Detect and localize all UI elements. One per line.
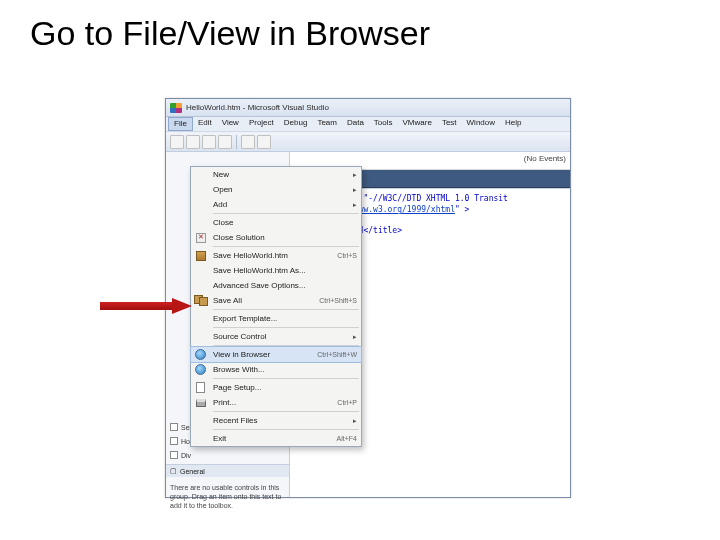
menu-item-advanced-save-options[interactable]: Advanced Save Options... [191,278,361,293]
window-title: HelloWorld.htm - Microsoft Visual Studio [186,103,329,112]
toolbar-button[interactable] [170,135,184,149]
menu-item-label: Close [213,218,233,227]
callout-arrow [100,298,192,314]
menu-item-export-template[interactable]: Export Template... [191,311,361,326]
toolbar-button[interactable] [218,135,232,149]
menu-item-recent-files[interactable]: Recent Files [191,413,361,428]
toolbar [166,132,570,152]
menu-item-label: View in Browser [213,350,270,359]
menu-item-label: Save All [213,296,242,305]
code-line: " > [455,205,469,214]
slide-title: Go to File/View in Browser [0,0,720,59]
page-icon [194,381,207,394]
menu-separator [213,411,359,412]
menu-item-label: Close Solution [213,233,265,242]
hr-icon [170,437,178,445]
toolbox-group-header[interactable]: ▢General [166,464,289,477]
menu-item-label: Browse With... [213,365,265,374]
menu-debug[interactable]: Debug [279,117,313,131]
menu-separator [213,327,359,328]
events-dropdown[interactable]: (No Events) [524,154,566,163]
toolbar-button[interactable] [257,135,271,149]
menu-item-view-in-browser[interactable]: View in BrowserCtrl+Shift+W [191,347,361,362]
menu-shortcut: Alt+F4 [337,435,357,442]
titlebar: HelloWorld.htm - Microsoft Visual Studio [166,99,570,117]
toolbox-empty-message: There are no usable controls in this gro… [166,477,289,516]
toolbar-button[interactable] [202,135,216,149]
menu-item-label: Export Template... [213,314,277,323]
menu-item-save-all[interactable]: Save AllCtrl+Shift+S [191,293,361,308]
menu-item-label: Page Setup... [213,383,261,392]
menu-separator [213,246,359,247]
menu-separator [213,309,359,310]
div-icon [170,451,178,459]
menu-item-label: Source Control [213,332,266,341]
menu-item-browse-with[interactable]: Browse With... [191,362,361,377]
menu-team[interactable]: Team [312,117,342,131]
visual-studio-window: HelloWorld.htm - Microsoft Visual Studio… [165,98,571,498]
menu-item-label: Print... [213,398,236,407]
menu-window[interactable]: Window [462,117,500,131]
toolbar-button[interactable] [241,135,255,149]
menu-test[interactable]: Test [437,117,462,131]
menu-item-label: Add [213,200,227,209]
menu-item-label: Recent Files [213,416,257,425]
menu-separator [213,429,359,430]
menu-item-new[interactable]: New [191,167,361,182]
menu-separator [213,213,359,214]
menu-separator [213,345,359,346]
menu-item-open[interactable]: Open [191,182,361,197]
menu-view[interactable]: View [217,117,244,131]
world-icon [194,348,207,361]
toolbar-button[interactable] [186,135,200,149]
toolbox-item[interactable]: Div [170,448,285,462]
menu-item-label: Open [213,185,233,194]
menu-item-page-setup[interactable]: Page Setup... [191,380,361,395]
menu-shortcut: Ctrl+S [337,252,357,259]
menu-item-label: Save HelloWorld.htm As... [213,266,306,275]
expand-icon: ▢ [170,467,177,475]
menu-project[interactable]: Project [244,117,279,131]
close-icon [194,231,207,244]
menu-item-label: Exit [213,434,226,443]
menu-item-close[interactable]: Close [191,215,361,230]
menu-item-close-solution[interactable]: Close Solution [191,230,361,245]
menu-item-save-helloworld-htm[interactable]: Save HelloWorld.htmCtrl+S [191,248,361,263]
menu-item-exit[interactable]: ExitAlt+F4 [191,431,361,446]
menu-tools[interactable]: Tools [369,117,398,131]
menu-data[interactable]: Data [342,117,369,131]
save-icon [194,249,207,262]
menu-item-save-helloworld-htm-as[interactable]: Save HelloWorld.htm As... [191,263,361,278]
saveall-icon [194,294,207,307]
menu-help[interactable]: Help [500,117,526,131]
menu-vmware[interactable]: VMware [398,117,437,131]
menu-shortcut: Ctrl+Shift+W [317,351,357,358]
file-menu-dropdown: NewOpenAddCloseClose SolutionSave HelloW… [190,166,362,447]
menubar[interactable]: File Edit View Project Debug Team Data T… [166,117,570,132]
menu-shortcut: Ctrl+Shift+S [319,297,357,304]
pointer-icon [170,423,178,431]
menu-item-label: Advanced Save Options... [213,281,306,290]
world-icon [194,363,207,376]
print-icon [194,396,207,409]
menu-item-label: New [213,170,229,179]
menu-item-label: Save HelloWorld.htm [213,251,288,260]
menu-shortcut: Ctrl+P [337,399,357,406]
menu-edit[interactable]: Edit [193,117,217,131]
menu-item-add[interactable]: Add [191,197,361,212]
menu-item-print[interactable]: Print...Ctrl+P [191,395,361,410]
menu-item-source-control[interactable]: Source Control [191,329,361,344]
menu-separator [213,378,359,379]
menu-file[interactable]: File [168,117,193,131]
vs-logo-icon [170,103,182,113]
